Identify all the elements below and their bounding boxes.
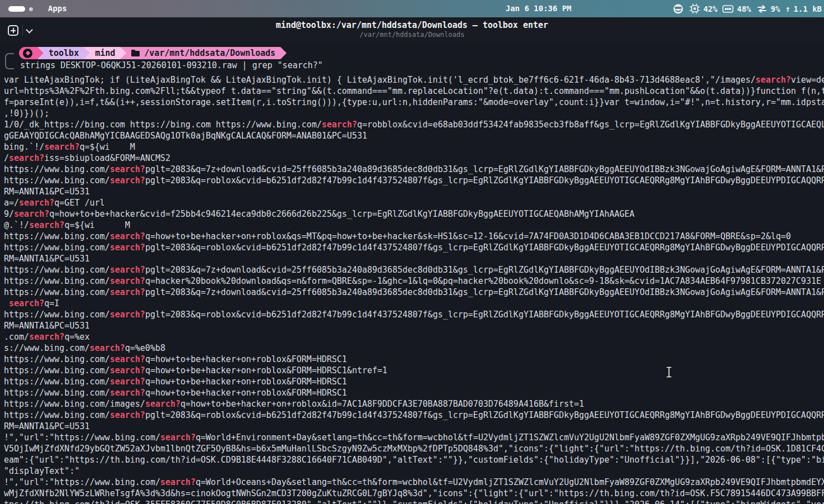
grep-match: search? (9, 153, 44, 163)
powerline-arrow (37, 47, 44, 59)
workspace-indicator-active[interactable] (8, 6, 25, 12)
cwd-path: /var/mnt/hddsata/Downloads (144, 48, 275, 58)
terminal-line: f=parseInt(e)),i=f,t&&(i++,sessionStorag… (4, 97, 824, 108)
terminal-line: ,!0)})(); (4, 108, 824, 119)
grep-match: search? (322, 120, 357, 130)
terminal-line: https://www.bing.com/search?pglt=2083&q=… (4, 175, 824, 186)
terminal-line: https://www.bing.com/search?q=how+to+be+… (4, 387, 824, 398)
terminal-line: https://www.bing.com/images/search?q=how… (4, 398, 824, 410)
grep-match: search? (110, 410, 145, 420)
grep-match: search? (145, 399, 180, 409)
terminal-line: var LiteAjaxBingTok; if (LiteAjaxBingTok… (4, 74, 824, 85)
swap-indicator[interactable]: 9% (756, 4, 780, 13)
cpu-icon (689, 3, 700, 14)
window-subtitle: /var/mnt/hddsata/Downloads (0, 31, 824, 39)
terminal-line: https://www.bing.com/search?pglt=2083&q=… (4, 309, 824, 320)
terminal-line: https://www.bing.com/search?q=how+to+be+… (4, 365, 824, 376)
grep-match: search? (90, 343, 125, 353)
terminal-line: bing.`!/search?q=${wi M (4, 141, 824, 153)
terminal-line: 9/search?q=how+to+be+hacker&cvid=f25bb4c… (4, 208, 824, 220)
terminal-line: https://www.bing.com/search?q=hacker%20b… (4, 275, 824, 287)
terminal-line: RM=ANNTA1&PC=U531 (4, 421, 824, 432)
terminal-line: @.`!/search?q=${wi M (4, 220, 824, 231)
grep-match: search? (110, 365, 145, 375)
terminal-line: eam":{"url":"https://th.bing.com/th?id=O… (4, 454, 824, 465)
powerline-arrow (84, 47, 90, 59)
grep-match: search? (160, 432, 196, 443)
desktop: Apps Jan 6 10:36 PM (0, 0, 824, 504)
grep-match: search? (110, 310, 145, 320)
terminal-line: "displayText":" (4, 465, 824, 477)
grep-match: search? (19, 198, 54, 208)
grep-match: search? (110, 164, 145, 174)
apps-menu-button[interactable]: Apps (48, 3, 67, 14)
grep-match: search? (29, 220, 64, 230)
grep-match: search? (110, 388, 145, 398)
terminal-line: https://www.bing.com/search?q=how+to+be+… (4, 354, 824, 365)
status-face-icon[interactable] (672, 3, 684, 15)
system-indicators: 42% 48% (672, 0, 822, 17)
terminal-output: var LiteAjaxBingTok; if (LiteAjaxBingTok… (4, 74, 824, 504)
system-top-bar: Apps Jan 6 10:36 PM (0, 0, 824, 17)
terminal-line: a=/search?q=GET /url (4, 197, 824, 208)
terminal-line: https://www.bing.com/search?q=how+to+be+… (4, 376, 824, 387)
terminal-line: gGEAAYQDIGCAcQABhAMgYICBAAGEDSAQg1OTk0aj… (4, 130, 824, 141)
upload-arrow-icon: ↑ (785, 4, 790, 14)
folder-icon (131, 50, 140, 56)
terminal-line: https://www.bing.com/search?pglt=2083&q=… (4, 287, 824, 298)
terminal-line: https://www.bing.com/search?pglt=2083&q=… (4, 242, 824, 253)
ibeam-mouse-cursor (665, 366, 673, 378)
grep-match: search? (44, 142, 79, 152)
terminal-window-header: mind@toolbx:/var/mnt/hddsata/Downloads —… (0, 17, 824, 42)
powerline-arrow-end (280, 47, 287, 59)
grep-match: search? (756, 75, 791, 85)
grep-match: search? (110, 265, 145, 275)
grep-match: search? (110, 354, 145, 364)
terminal-line: !","url":"https://www.bing.com/search?q=… (4, 477, 824, 488)
grep-match: search? (110, 287, 145, 297)
swap-arrows-icon (756, 4, 768, 13)
grep-match: search? (160, 477, 196, 487)
powerline-arrow (120, 47, 126, 59)
terminal-line: 1/0/_dk_https://bing.com https://bing.co… (4, 119, 824, 130)
swap-value: 9% (771, 4, 780, 13)
terminal-line: wMjZfdXNfb2NlYW5zLWRheTsgfA%3d%3d&hs=cin… (4, 488, 824, 499)
network-indicator[interactable]: ↑ 1.1 kB (785, 4, 822, 14)
memory-icon (722, 5, 733, 13)
terminal-line: https://www.bing.com/search?pglt=2083&q=… (4, 164, 824, 175)
grep-match: search? (9, 298, 44, 308)
shell-prompt: toolbx mind /var/mnt/hddsata/Downloads (19, 47, 287, 59)
memory-indicator[interactable]: 48% (722, 4, 751, 13)
grep-match: search? (110, 231, 145, 241)
prompt-bracket (5, 53, 14, 69)
memory-value: 48% (737, 4, 751, 13)
terminal-line: s://www.bing.com/search?q=%e0%b8 (4, 343, 824, 354)
terminal-line: .com/search?q=%ex (4, 331, 824, 343)
toolbox-logo-icon (23, 49, 32, 58)
terminal-line: RM=ANNTA1&PC=U531 (4, 186, 824, 197)
window-title: mind@toolbx:/var/mnt/hddsata/Downloads —… (0, 20, 824, 30)
cpu-indicator[interactable]: 42% (689, 3, 717, 14)
grep-match: search? (110, 243, 145, 253)
grep-match: search? (110, 175, 145, 186)
terminal-line: RM=ANNTA1&PC=U531 (4, 253, 824, 264)
command-line: strings DESKTOP-O6QKJ51-20260101-093210.… (20, 60, 323, 71)
prompt-segment-cwd: /var/mnt/hddsata/Downloads (126, 47, 280, 59)
network-value: 1.1 kB (793, 4, 822, 13)
prompt-segment-toolbx: toolbx (44, 47, 84, 59)
workspace-indicator-dot[interactable] (29, 7, 33, 11)
terminal-line: https://www.bing.com/search?pglt=2083&q=… (4, 264, 824, 275)
grep-match: search? (110, 377, 145, 387)
clock[interactable]: Jan 6 10:36 PM (506, 3, 571, 14)
grep-match: search? (29, 332, 64, 342)
terminal-line: url=https%3A%2F%2Fth.bing.com%2Fll;t&&ty… (4, 85, 824, 97)
terminal-line: /search?iss=sbiupload&FORM=ANCMS2 (4, 153, 824, 164)
terminal-line: !","url":"https://www.bing.com/search?q=… (4, 432, 824, 443)
prompt-segment-user: mind (90, 47, 120, 59)
terminal-line: V5OjIwMjZfdXNfd29ybGQtZW52aXJvbm1lbnQtZG… (4, 443, 824, 454)
terminal-viewport[interactable]: toolbx mind /var/mnt/hddsata/Downloads s… (0, 42, 824, 504)
terminal-line: https://www.bing.com/search?q=how+to+be+… (4, 231, 824, 242)
cpu-value: 42% (703, 4, 717, 13)
prompt-segment-logo (19, 47, 37, 59)
terminal-line: https://www.bing.com/search?pglt=2083&q=… (4, 410, 824, 421)
